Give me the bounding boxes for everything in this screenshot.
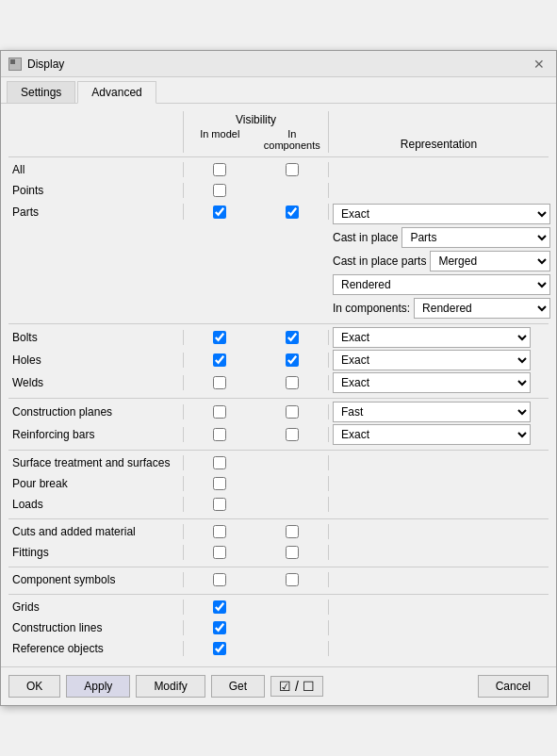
surface-in-model-checkbox[interactable] bbox=[213, 456, 226, 469]
grids-in-model-checkbox[interactable] bbox=[213, 600, 226, 614]
parts-in-components-row: In components: RenderedExactFast bbox=[333, 298, 550, 319]
reinforcing-bars-in-model-cell bbox=[187, 428, 253, 441]
fittings-in-model-checkbox[interactable] bbox=[213, 546, 226, 559]
welds-dropdown[interactable]: ExactFastRendered bbox=[333, 372, 531, 393]
vis-holes bbox=[183, 353, 329, 368]
parts-in-components-cell bbox=[259, 205, 325, 219]
points-in-model-checkbox[interactable] bbox=[213, 184, 226, 197]
vis-all bbox=[183, 162, 329, 177]
all-in-components-checkbox[interactable] bbox=[286, 163, 299, 176]
reinforcing-bars-in-model-checkbox[interactable] bbox=[213, 428, 226, 441]
parts-cast-in-place-row: Cast in place PartsMerged bbox=[333, 227, 550, 248]
all-in-model-checkbox[interactable] bbox=[213, 163, 226, 176]
parts-rendered-row: RenderedExactFast bbox=[333, 274, 550, 295]
holes-in-components-cell bbox=[259, 353, 325, 367]
parts-rendered-dropdown[interactable]: RenderedExactFast bbox=[333, 274, 550, 295]
rep-bolts: ExactFastRendered bbox=[329, 327, 531, 348]
label-component-symbols: Component symbols bbox=[8, 573, 183, 586]
label-cuts: Cuts and added material bbox=[8, 525, 183, 538]
cast-in-place-parts-dropdown[interactable]: MergedParts bbox=[430, 251, 550, 271]
bolts-in-components-cell bbox=[259, 331, 325, 344]
vis-loads bbox=[183, 497, 329, 512]
row-fittings: Fittings bbox=[8, 542, 549, 563]
construction-planes-in-components-cell bbox=[259, 405, 325, 419]
divider-grids bbox=[8, 594, 549, 595]
title-bar: Display ✕ bbox=[1, 51, 556, 77]
construction-lines-in-model-checkbox[interactable] bbox=[213, 621, 226, 634]
construction-planes-in-model-checkbox[interactable] bbox=[213, 405, 226, 419]
bolts-dropdown[interactable]: ExactFastRendered bbox=[333, 327, 531, 348]
title-bar-left: Display bbox=[8, 58, 64, 71]
rep-reinforcing-bars: ExactFastRendered bbox=[329, 424, 531, 445]
get-button[interactable]: Get bbox=[211, 675, 265, 698]
row-holes: Holes ExactFastRendered bbox=[8, 349, 549, 371]
rep-welds: ExactFastRendered bbox=[329, 372, 531, 393]
row-grids: Grids bbox=[8, 597, 549, 617]
all-in-components-cell bbox=[259, 163, 325, 176]
row-welds: Welds ExactFastRendered bbox=[8, 371, 549, 394]
holes-in-components-checkbox[interactable] bbox=[286, 353, 299, 367]
parts-in-components-dropdown[interactable]: RenderedExactFast bbox=[414, 298, 550, 319]
row-surface-treatment: Surface treatment and surfaces bbox=[8, 452, 549, 473]
tab-settings[interactable]: Settings bbox=[7, 81, 75, 103]
welds-in-model-checkbox[interactable] bbox=[213, 376, 226, 389]
bolts-in-components-checkbox[interactable] bbox=[286, 331, 299, 344]
modify-button[interactable]: Modify bbox=[136, 675, 205, 698]
rep-holes: ExactFastRendered bbox=[329, 350, 531, 370]
welds-in-model-cell bbox=[187, 376, 253, 389]
reinforcing-bars-in-components-checkbox[interactable] bbox=[286, 428, 299, 441]
cuts-in-model-checkbox[interactable] bbox=[213, 525, 226, 538]
checkbox-toggle-icon: ☑ / ☐ bbox=[270, 676, 323, 697]
parts-in-model-cell bbox=[187, 205, 253, 219]
component-symbols-in-components-cell bbox=[259, 573, 325, 586]
loads-in-model-checkbox[interactable] bbox=[213, 498, 226, 511]
fittings-in-components-checkbox[interactable] bbox=[286, 546, 299, 559]
cast-in-place-label: Cast in place bbox=[333, 231, 398, 244]
visibility-title: Visibility bbox=[236, 113, 276, 126]
component-symbols-in-components-checkbox[interactable] bbox=[286, 573, 299, 586]
vis-bolts bbox=[183, 330, 329, 345]
tab-advanced[interactable]: Advanced bbox=[77, 81, 156, 104]
vis-fittings bbox=[183, 545, 329, 560]
parts-in-model-checkbox[interactable] bbox=[213, 205, 226, 219]
cancel-button[interactable]: Cancel bbox=[478, 675, 549, 698]
close-button[interactable]: ✕ bbox=[530, 58, 549, 71]
reinforcing-bars-dropdown[interactable]: ExactFastRendered bbox=[333, 424, 531, 445]
row-points: Points bbox=[8, 180, 549, 201]
cuts-in-components-checkbox[interactable] bbox=[286, 525, 299, 538]
divider-construction bbox=[8, 398, 549, 399]
points-in-model-cell bbox=[187, 184, 253, 197]
ok-button[interactable]: OK bbox=[8, 675, 60, 698]
pour-break-in-model-checkbox[interactable] bbox=[213, 477, 226, 490]
cast-in-place-dropdown[interactable]: PartsMerged bbox=[401, 227, 550, 248]
label-reference-objects: Reference objects bbox=[8, 642, 183, 655]
divider-cuts bbox=[8, 518, 549, 519]
holes-in-model-cell bbox=[187, 353, 253, 367]
row-all: All bbox=[8, 159, 549, 180]
vis-reference-objects bbox=[183, 641, 329, 656]
construction-planes-dropdown[interactable]: FastExactRendered bbox=[333, 402, 531, 422]
label-loads: Loads bbox=[8, 498, 183, 511]
vis-construction-lines bbox=[183, 620, 329, 635]
apply-button[interactable]: Apply bbox=[66, 675, 130, 698]
row-bolts: Bolts ExactFastRendered bbox=[8, 326, 549, 349]
holes-in-model-checkbox[interactable] bbox=[213, 353, 226, 367]
welds-in-components-checkbox[interactable] bbox=[286, 376, 299, 389]
representation-header: Representation bbox=[329, 138, 549, 153]
bolts-in-model-checkbox[interactable] bbox=[213, 331, 226, 344]
construction-planes-in-components-checkbox[interactable] bbox=[286, 405, 299, 419]
tab-bar: Settings Advanced bbox=[1, 77, 556, 103]
row-reference-objects: Reference objects bbox=[8, 638, 549, 659]
label-surface-treatment: Surface treatment and surfaces bbox=[8, 456, 183, 469]
vis-construction-planes bbox=[183, 404, 329, 419]
divider-component bbox=[8, 567, 549, 567]
row-parts: Parts ExactFastRendered Cast in place bbox=[8, 201, 549, 320]
holes-dropdown[interactable]: ExactFastRendered bbox=[333, 350, 531, 370]
component-symbols-in-model-checkbox[interactable] bbox=[213, 573, 226, 586]
label-fittings: Fittings bbox=[8, 546, 183, 559]
construction-lines-in-model-cell bbox=[187, 621, 253, 634]
reference-objects-in-model-checkbox[interactable] bbox=[213, 642, 226, 655]
rep-parts: ExactFastRendered Cast in place PartsMer… bbox=[329, 204, 550, 319]
parts-exact-dropdown[interactable]: ExactFastRendered bbox=[333, 204, 550, 224]
parts-in-components-checkbox[interactable] bbox=[286, 205, 299, 219]
